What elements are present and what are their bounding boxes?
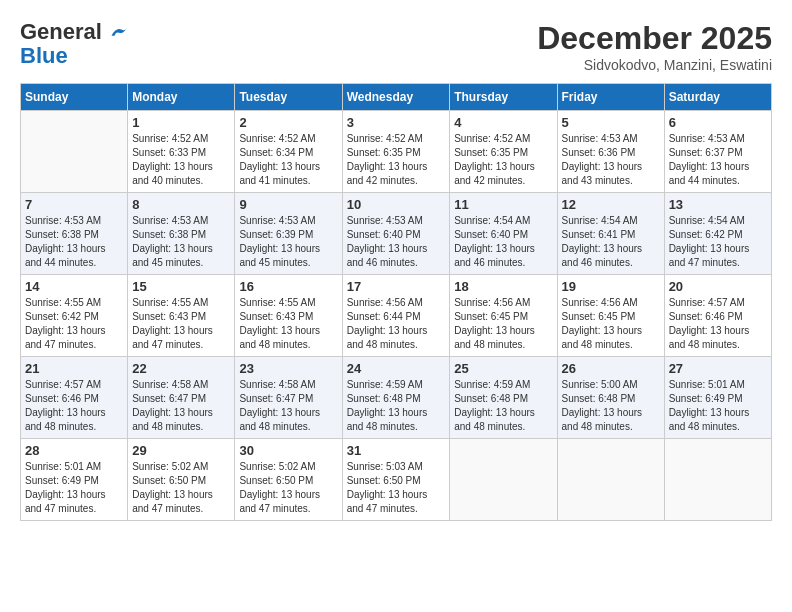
day-number: 6 <box>669 115 767 130</box>
day-number: 1 <box>132 115 230 130</box>
day-number: 27 <box>669 361 767 376</box>
day-info: Sunrise: 4:53 AMSunset: 6:37 PMDaylight:… <box>669 132 767 188</box>
info-line: Sunrise: 4:52 AM <box>132 132 230 146</box>
info-line: Sunrise: 5:00 AM <box>562 378 660 392</box>
info-line: Sunrise: 4:54 AM <box>669 214 767 228</box>
info-line: Sunset: 6:38 PM <box>132 228 230 242</box>
info-line: Daylight: 13 hours and 48 minutes. <box>454 324 552 352</box>
info-line: Daylight: 13 hours and 48 minutes. <box>347 406 446 434</box>
cell-w3-d7: 20Sunrise: 4:57 AMSunset: 6:46 PMDayligh… <box>664 275 771 357</box>
cell-w4-d6: 26Sunrise: 5:00 AMSunset: 6:48 PMDayligh… <box>557 357 664 439</box>
info-line: Sunrise: 5:02 AM <box>239 460 337 474</box>
info-line: Sunrise: 5:02 AM <box>132 460 230 474</box>
info-line: Sunrise: 4:53 AM <box>239 214 337 228</box>
info-line: Sunrise: 4:55 AM <box>239 296 337 310</box>
info-line: Sunrise: 4:52 AM <box>347 132 446 146</box>
info-line: Sunrise: 4:56 AM <box>347 296 446 310</box>
info-line: Sunset: 6:37 PM <box>669 146 767 160</box>
day-info: Sunrise: 4:53 AMSunset: 6:36 PMDaylight:… <box>562 132 660 188</box>
info-line: Daylight: 13 hours and 48 minutes. <box>562 406 660 434</box>
info-line: Daylight: 13 hours and 48 minutes. <box>454 406 552 434</box>
info-line: Sunset: 6:40 PM <box>454 228 552 242</box>
header-tuesday: Tuesday <box>235 84 342 111</box>
info-line: Sunrise: 4:58 AM <box>132 378 230 392</box>
day-info: Sunrise: 4:52 AMSunset: 6:35 PMDaylight:… <box>454 132 552 188</box>
info-line: Sunrise: 5:01 AM <box>669 378 767 392</box>
day-info: Sunrise: 5:02 AMSunset: 6:50 PMDaylight:… <box>239 460 337 516</box>
cell-w1-d2: 1Sunrise: 4:52 AMSunset: 6:33 PMDaylight… <box>128 111 235 193</box>
day-info: Sunrise: 4:58 AMSunset: 6:47 PMDaylight:… <box>239 378 337 434</box>
day-number: 25 <box>454 361 552 376</box>
info-line: Daylight: 13 hours and 48 minutes. <box>562 324 660 352</box>
info-line: Sunrise: 4:52 AM <box>239 132 337 146</box>
cell-w2-d1: 7Sunrise: 4:53 AMSunset: 6:38 PMDaylight… <box>21 193 128 275</box>
day-info: Sunrise: 4:52 AMSunset: 6:35 PMDaylight:… <box>347 132 446 188</box>
info-line: Sunrise: 4:55 AM <box>132 296 230 310</box>
day-info: Sunrise: 4:59 AMSunset: 6:48 PMDaylight:… <box>454 378 552 434</box>
cell-w4-d1: 21Sunrise: 4:57 AMSunset: 6:46 PMDayligh… <box>21 357 128 439</box>
cell-w4-d2: 22Sunrise: 4:58 AMSunset: 6:47 PMDayligh… <box>128 357 235 439</box>
info-line: Sunrise: 4:56 AM <box>562 296 660 310</box>
cell-w2-d2: 8Sunrise: 4:53 AMSunset: 6:38 PMDaylight… <box>128 193 235 275</box>
logo-text: General <box>20 20 128 44</box>
info-line: Daylight: 13 hours and 47 minutes. <box>239 488 337 516</box>
week-row-5: 28Sunrise: 5:01 AMSunset: 6:49 PMDayligh… <box>21 439 772 521</box>
cell-w2-d6: 12Sunrise: 4:54 AMSunset: 6:41 PMDayligh… <box>557 193 664 275</box>
info-line: Daylight: 13 hours and 45 minutes. <box>239 242 337 270</box>
info-line: Sunset: 6:50 PM <box>239 474 337 488</box>
info-line: Daylight: 13 hours and 48 minutes. <box>347 324 446 352</box>
page-header: General Blue December 2025 Sidvokodvo, M… <box>20 20 772 73</box>
logo: General Blue <box>20 20 128 68</box>
info-line: Sunset: 6:44 PM <box>347 310 446 324</box>
info-line: Sunrise: 4:53 AM <box>669 132 767 146</box>
header-sunday: Sunday <box>21 84 128 111</box>
info-line: Sunset: 6:38 PM <box>25 228 123 242</box>
cell-w1-d3: 2Sunrise: 4:52 AMSunset: 6:34 PMDaylight… <box>235 111 342 193</box>
cell-w3-d2: 15Sunrise: 4:55 AMSunset: 6:43 PMDayligh… <box>128 275 235 357</box>
info-line: Sunset: 6:49 PM <box>669 392 767 406</box>
day-number: 30 <box>239 443 337 458</box>
day-info: Sunrise: 4:53 AMSunset: 6:38 PMDaylight:… <box>132 214 230 270</box>
info-line: Sunrise: 4:59 AM <box>454 378 552 392</box>
info-line: Daylight: 13 hours and 47 minutes. <box>25 324 123 352</box>
cell-w5-d4: 31Sunrise: 5:03 AMSunset: 6:50 PMDayligh… <box>342 439 450 521</box>
info-line: Sunrise: 5:01 AM <box>25 460 123 474</box>
info-line: Daylight: 13 hours and 40 minutes. <box>132 160 230 188</box>
info-line: Sunrise: 4:59 AM <box>347 378 446 392</box>
info-line: Sunset: 6:49 PM <box>25 474 123 488</box>
calendar-table: SundayMondayTuesdayWednesdayThursdayFrid… <box>20 83 772 521</box>
info-line: Daylight: 13 hours and 45 minutes. <box>132 242 230 270</box>
info-line: Daylight: 13 hours and 47 minutes. <box>347 488 446 516</box>
info-line: Sunrise: 4:52 AM <box>454 132 552 146</box>
day-number: 5 <box>562 115 660 130</box>
day-info: Sunrise: 5:03 AMSunset: 6:50 PMDaylight:… <box>347 460 446 516</box>
logo-general: General <box>20 19 102 44</box>
cell-w2-d7: 13Sunrise: 4:54 AMSunset: 6:42 PMDayligh… <box>664 193 771 275</box>
month-year-title: December 2025 <box>537 20 772 57</box>
info-line: Sunset: 6:42 PM <box>25 310 123 324</box>
info-line: Sunset: 6:47 PM <box>132 392 230 406</box>
info-line: Sunset: 6:40 PM <box>347 228 446 242</box>
cell-w3-d4: 17Sunrise: 4:56 AMSunset: 6:44 PMDayligh… <box>342 275 450 357</box>
day-number: 11 <box>454 197 552 212</box>
info-line: Sunset: 6:35 PM <box>347 146 446 160</box>
cell-w3-d3: 16Sunrise: 4:55 AMSunset: 6:43 PMDayligh… <box>235 275 342 357</box>
day-info: Sunrise: 4:53 AMSunset: 6:39 PMDaylight:… <box>239 214 337 270</box>
day-number: 20 <box>669 279 767 294</box>
day-info: Sunrise: 4:58 AMSunset: 6:47 PMDaylight:… <box>132 378 230 434</box>
info-line: Sunset: 6:34 PM <box>239 146 337 160</box>
info-line: Sunset: 6:41 PM <box>562 228 660 242</box>
day-info: Sunrise: 4:53 AMSunset: 6:38 PMDaylight:… <box>25 214 123 270</box>
day-number: 24 <box>347 361 446 376</box>
info-line: Sunset: 6:45 PM <box>454 310 552 324</box>
info-line: Daylight: 13 hours and 48 minutes. <box>25 406 123 434</box>
calendar-header-row: SundayMondayTuesdayWednesdayThursdayFrid… <box>21 84 772 111</box>
info-line: Daylight: 13 hours and 41 minutes. <box>239 160 337 188</box>
info-line: Daylight: 13 hours and 47 minutes. <box>25 488 123 516</box>
info-line: Sunset: 6:47 PM <box>239 392 337 406</box>
info-line: Sunset: 6:43 PM <box>132 310 230 324</box>
day-info: Sunrise: 4:53 AMSunset: 6:40 PMDaylight:… <box>347 214 446 270</box>
day-number: 16 <box>239 279 337 294</box>
info-line: Daylight: 13 hours and 46 minutes. <box>347 242 446 270</box>
day-info: Sunrise: 5:02 AMSunset: 6:50 PMDaylight:… <box>132 460 230 516</box>
